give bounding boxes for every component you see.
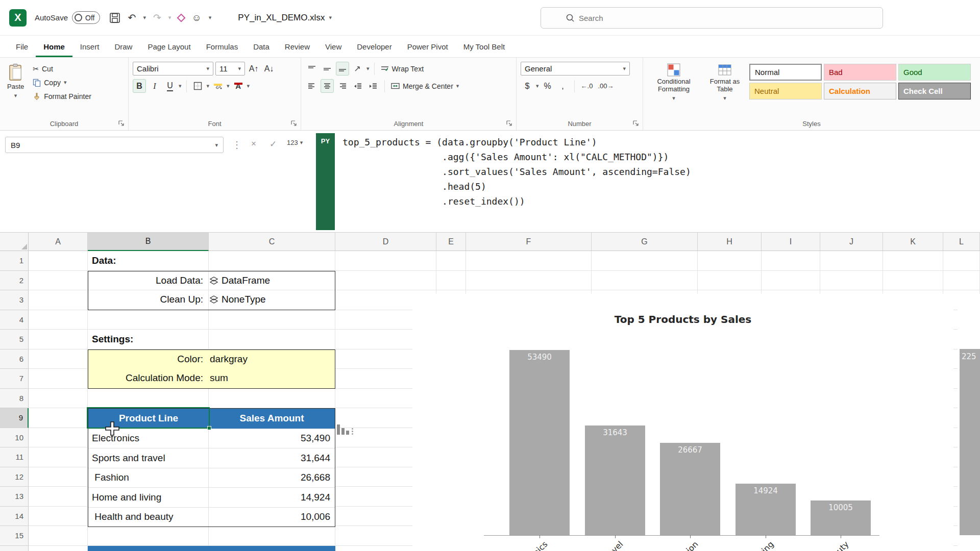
cell-A12[interactable] <box>29 467 88 487</box>
calc-mode-value-cell[interactable]: sum <box>206 372 335 384</box>
column-header-G[interactable]: G <box>592 233 698 251</box>
search-box[interactable] <box>541 7 883 29</box>
tab-insert[interactable]: Insert <box>72 36 107 57</box>
increase-decimal-button[interactable]: ←.0 <box>579 79 595 93</box>
underline-button[interactable]: U <box>163 79 177 93</box>
column-header-E[interactable]: E <box>436 233 466 251</box>
cell-style-bad[interactable]: Bad <box>824 64 896 81</box>
cell-C5[interactable] <box>209 330 335 349</box>
orientation-button[interactable] <box>351 62 364 76</box>
title-chevron-icon[interactable]: ▾ <box>329 14 332 21</box>
tab-developer[interactable]: Developer <box>349 36 399 57</box>
increase-indent-button[interactable] <box>366 79 380 93</box>
cell-K2[interactable] <box>883 271 943 291</box>
tab-data[interactable]: Data <box>246 36 277 57</box>
fill-color-button[interactable] <box>211 79 225 93</box>
product-cell[interactable]: Fashion <box>88 468 209 488</box>
redo-chevron-icon[interactable]: ▾ <box>168 14 172 21</box>
formula-code-line-5[interactable]: .reset_index()) <box>342 194 975 209</box>
cell-J1[interactable] <box>820 251 883 271</box>
cell-H1[interactable] <box>698 251 762 271</box>
table-header-sales-amount[interactable]: Sales Amount <box>209 409 335 429</box>
cell-I2[interactable] <box>762 271 820 291</box>
row-header-10[interactable]: 10 <box>0 428 29 448</box>
tab-view[interactable]: View <box>317 36 349 57</box>
cell-A9[interactable] <box>29 408 88 428</box>
formula-code[interactable]: top_5_products = (data.groupby('Product … <box>342 135 975 229</box>
cell-A10[interactable] <box>29 428 88 448</box>
load-data-label[interactable]: Load Data: <box>88 275 206 286</box>
amount-cell[interactable]: 31,644 <box>209 448 335 468</box>
python-output-type-button[interactable]: 123 ▾ <box>287 139 303 146</box>
product-cell[interactable]: Sports and travel <box>88 448 209 468</box>
format-as-table-button[interactable]: Format as Table ▾ <box>703 62 746 117</box>
color-value-cell[interactable]: darkgray <box>206 354 335 365</box>
cell-A14[interactable] <box>29 507 88 527</box>
fill-color-chevron-icon[interactable]: ▾ <box>227 83 230 89</box>
decrease-font-size-button[interactable]: A↓ <box>262 62 276 76</box>
insert-chart-suggestion-icon[interactable] <box>337 419 361 435</box>
align-center-button[interactable] <box>321 79 334 93</box>
decrease-decimal-button[interactable]: .00→ <box>596 79 615 93</box>
paste-button[interactable]: Paste ▾ <box>4 62 27 103</box>
chart-bar[interactable]: 14924 <box>736 484 796 535</box>
row-header-11[interactable]: 11 <box>0 447 29 467</box>
column-header-F[interactable]: F <box>466 233 592 251</box>
align-middle-button[interactable] <box>321 62 334 76</box>
undo-button[interactable]: ↶ <box>128 12 136 23</box>
row-header-2[interactable]: 2 <box>0 271 29 291</box>
cell-J2[interactable] <box>820 271 883 291</box>
clipboard-dialog-launcher-icon[interactable] <box>118 120 125 127</box>
row-header-6[interactable]: 6 <box>0 349 29 369</box>
percent-format-button[interactable]: % <box>541 79 554 93</box>
cell-A3[interactable] <box>29 290 88 310</box>
italic-button[interactable]: I <box>148 79 161 93</box>
cell-style-calculation[interactable]: Calculation <box>824 83 896 99</box>
cell-H2[interactable] <box>698 271 762 291</box>
cell-G2[interactable] <box>592 271 698 291</box>
product-cell[interactable]: Health and beauty <box>88 508 209 527</box>
amount-cell[interactable]: 26,668 <box>209 468 335 488</box>
cell-C4[interactable] <box>209 310 335 330</box>
redo-button[interactable]: ↷ <box>153 12 161 23</box>
formula-code-line-1[interactable]: top_5_products = (data.groupby('Product … <box>342 135 975 149</box>
cell-A7[interactable] <box>29 369 88 389</box>
tab-power-pivot[interactable]: Power Pivot <box>400 36 456 57</box>
column-header-D[interactable]: D <box>335 233 436 251</box>
cell-G1[interactable] <box>592 251 698 271</box>
cell-A5[interactable] <box>29 330 88 349</box>
tab-review[interactable]: Review <box>277 36 317 57</box>
column-header-H[interactable]: H <box>698 233 762 251</box>
insert-chart-suggestion-icon[interactable] <box>337 546 361 551</box>
table-header-product-line[interactable]: Product Line <box>88 409 209 429</box>
cell-A2[interactable] <box>29 271 88 291</box>
row-header-14[interactable]: 14 <box>0 507 29 527</box>
amount-cell[interactable]: 10,006 <box>209 508 335 527</box>
cell-K1[interactable] <box>883 251 943 271</box>
number-format-combo[interactable]: General ▾ <box>521 62 630 76</box>
row-header-7[interactable]: 7 <box>0 369 29 389</box>
bold-button[interactable]: B <box>133 79 146 93</box>
cell-F1[interactable] <box>466 251 592 271</box>
font-dialog-launcher-icon[interactable] <box>290 120 297 127</box>
comma-format-button[interactable]: , <box>556 79 570 93</box>
formula-code-line-2[interactable]: .agg({'Sales Amount': xl("CALC_METHOD")}… <box>342 149 975 164</box>
partial-second-chart[interactable]: 225 <box>958 294 980 551</box>
chart-bar[interactable]: 26667 <box>660 443 720 535</box>
cell-data-section-label[interactable]: Data: <box>88 251 209 271</box>
cell-E1[interactable] <box>436 251 466 271</box>
sensitivity-diamond-icon[interactable] <box>177 13 186 22</box>
cell-style-check-cell[interactable]: Check Cell <box>898 83 971 99</box>
currency-chevron-icon[interactable]: ▾ <box>536 83 539 89</box>
product-cell[interactable]: Electronics <box>88 429 209 448</box>
tab-draw[interactable]: Draw <box>107 36 140 57</box>
name-box[interactable]: B9 ▾ <box>5 137 224 153</box>
font-color-chevron-icon[interactable]: ▾ <box>247 83 250 89</box>
format-painter-button[interactable]: Format Painter <box>31 89 93 103</box>
cell-A8[interactable] <box>29 389 88 409</box>
chart-bar[interactable]: 10005 <box>811 500 871 535</box>
cell-C1[interactable] <box>209 251 335 271</box>
row-header-12[interactable]: 12 <box>0 467 29 487</box>
copy-button[interactable]: Copy ▾ <box>31 76 93 89</box>
cell-A6[interactable] <box>29 349 88 369</box>
